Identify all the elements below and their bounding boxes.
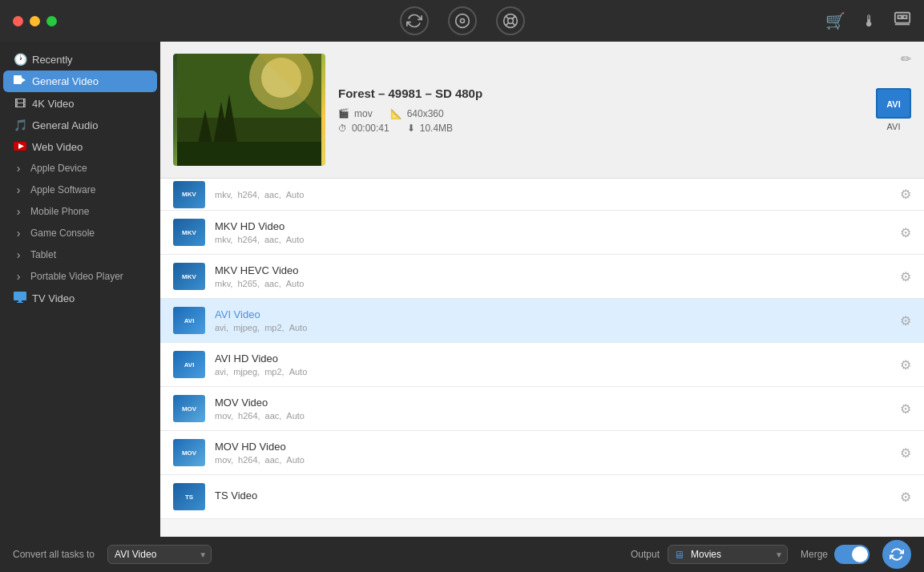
settings-icon-ts[interactable]: ⚙: [900, 489, 911, 505]
svg-rect-27: [177, 142, 321, 166]
sidebar-item-general-audio[interactable]: 🎵 General Audio: [3, 115, 157, 135]
format-codecs-mkv-hd: mkv, h264, aac, Auto: [215, 235, 890, 244]
sidebar-label-apple-software: Apple Software: [30, 184, 95, 195]
format-codecs-avi-hd: avi, mjpeg, mp2, Auto: [215, 367, 890, 377]
merge-section: Merge: [801, 545, 870, 564]
video-meta: 🎬 mov 📐 640x360 ⏱ 00:00:41 ⬇ 10.4MB: [338, 108, 863, 134]
disc-tab-icon[interactable]: [448, 6, 477, 35]
svg-marker-14: [22, 78, 26, 83]
output-label: Output: [631, 549, 660, 560]
format-item-mkv-hd[interactable]: MKV MKV HD Video mkv, h264, aac, Auto ⚙: [160, 211, 924, 255]
cart-icon[interactable]: 🛒: [825, 11, 845, 30]
format-item-ts[interactable]: TS TS Video ⚙: [160, 475, 924, 519]
merge-toggle[interactable]: [834, 545, 870, 564]
settings-icon-mkv-hevc[interactable]: ⚙: [900, 269, 911, 284]
video-size: 10.4MB: [420, 123, 453, 134]
audio-icon: 🎵: [13, 119, 27, 131]
sidebar-item-tablet[interactable]: › Tablet: [3, 244, 157, 265]
sidebar-label-general-audio: General Audio: [32, 119, 98, 131]
merge-label: Merge: [801, 549, 828, 560]
edit-icon[interactable]: ✏: [901, 51, 911, 66]
output-format-badge[interactable]: AVI AVI: [876, 88, 911, 131]
sidebar-label-web-video: Web Video: [32, 141, 83, 153]
convert-button[interactable]: [882, 540, 911, 569]
settings-icon-avi[interactable]: ⚙: [900, 313, 911, 328]
format-icon-mkv-hevc: MKV: [173, 263, 205, 290]
chevron-right-game-icon: ›: [11, 227, 26, 240]
svg-rect-19: [17, 302, 23, 303]
video-thumbnail: [173, 54, 325, 166]
sidebar-item-recently[interactable]: 🕐 Recently: [3, 49, 157, 70]
format-codecs-mov: mov, h264, aac, Auto: [215, 411, 890, 421]
sidebar-item-apple-software[interactable]: › Apple Software: [3, 179, 157, 200]
sidebar-item-general-video[interactable]: General Video: [3, 70, 157, 92]
format-details-partial: mkv, h264, aac, Auto: [215, 190, 890, 199]
chevron-right-apple-device-icon: ›: [11, 162, 26, 175]
video-icon: [13, 75, 27, 88]
settings-icon-mov[interactable]: ⚙: [900, 401, 911, 417]
export-icon[interactable]: [894, 10, 911, 32]
format-name-mkv-hd: MKV HD Video: [215, 220, 890, 232]
convert-select[interactable]: AVI Video: [107, 545, 212, 564]
film-tab-icon[interactable]: [496, 6, 525, 35]
output-format-icon: AVI: [876, 88, 911, 119]
format-item-avi-video[interactable]: AVI AVI Video avi, mjpeg, mp2, Auto ⚙: [160, 299, 924, 343]
output-select-wrapper: 🖥 Movies ▼: [668, 545, 788, 564]
sidebar-label-portable-video: Portable Video Player: [30, 271, 123, 282]
format-item-avi-hd[interactable]: AVI AVI HD Video avi, mjpeg, mp2, Auto ⚙: [160, 343, 924, 387]
format-details-ts: TS Video: [215, 489, 890, 504]
format-item-mov-hd[interactable]: MOV MOV HD Video mov, h264, aac, Auto ⚙: [160, 431, 924, 475]
video-resolution: 640x360: [407, 108, 444, 119]
sidebar-item-4k-video[interactable]: 🎞 4K Video: [3, 93, 157, 114]
sidebar-label-tv-video: TV Video: [32, 292, 75, 304]
maximize-button[interactable]: [46, 16, 57, 26]
format-icon-mov-hd: MOV: [173, 439, 205, 466]
sync-tab-icon[interactable]: [400, 6, 429, 35]
format-item-mkv-hevc[interactable]: MKV MKV HEVC Video mkv, h265, aac, Auto …: [160, 255, 924, 299]
video-size-icon: ⬇: [407, 123, 415, 134]
format-name-mkv-hevc: MKV HEVC Video: [215, 264, 890, 276]
traffic-lights: [13, 16, 57, 26]
settings-icon-mkv-hd[interactable]: ⚙: [900, 225, 911, 240]
sidebar-label-recently: Recently: [32, 54, 73, 66]
svg-rect-10: [898, 15, 902, 18]
format-details-mkv-hd: MKV HD Video mkv, h264, aac, Auto: [215, 220, 890, 244]
settings-icon-mov-hd[interactable]: ⚙: [900, 445, 911, 461]
thermometer-icon[interactable]: 🌡: [861, 12, 878, 30]
sidebar-item-mobile-phone[interactable]: › Mobile Phone: [3, 201, 157, 222]
sidebar-label-tablet: Tablet: [30, 249, 56, 260]
format-details-avi-hd: AVI HD Video avi, mjpeg, mp2, Auto: [215, 352, 890, 377]
bottom-bar: Convert all tasks to AVI Video ▼ Output …: [0, 537, 924, 572]
svg-line-7: [512, 17, 514, 19]
svg-line-5: [512, 22, 515, 26]
format-details-mkv-hevc: MKV HEVC Video mkv, h265, aac, Auto: [215, 264, 890, 288]
sidebar-item-portable-video[interactable]: › Portable Video Player: [3, 266, 157, 287]
format-item-partial-top[interactable]: MKV mkv, h264, aac, Auto ⚙: [160, 179, 924, 211]
format-details-avi: AVI Video avi, mjpeg, mp2, Auto: [215, 308, 890, 332]
settings-icon-partial[interactable]: ⚙: [900, 187, 911, 202]
convert-button-icon: [890, 547, 904, 562]
sidebar-item-tv-video[interactable]: TV Video: [3, 288, 157, 309]
format-icon-avi-hd: AVI: [173, 351, 205, 378]
chevron-right-mobile-icon: ›: [11, 205, 26, 218]
settings-icon-avi-hd[interactable]: ⚙: [900, 357, 911, 373]
format-details-mov-hd: MOV HD Video mov, h264, aac, Auto: [215, 441, 890, 465]
format-codecs-avi: avi, mjpeg, mp2, Auto: [215, 323, 890, 332]
format-name-ts: TS Video: [215, 489, 890, 502]
svg-rect-18: [18, 300, 22, 302]
convert-label: Convert all tasks to: [13, 549, 95, 560]
format-item-mov[interactable]: MOV MOV Video mov, h264, aac, Auto ⚙: [160, 387, 924, 431]
close-button[interactable]: [13, 16, 23, 26]
sidebar-item-web-video[interactable]: Web Video: [3, 136, 157, 157]
4k-icon: 🎞: [13, 97, 27, 110]
video-info: Forest – 49981 – SD 480p 🎬 mov 📐 640x360…: [338, 87, 863, 134]
sidebar-item-apple-device[interactable]: › Apple Device: [3, 158, 157, 179]
sidebar-item-game-console[interactable]: › Game Console: [3, 223, 157, 244]
output-select[interactable]: Movies: [668, 545, 788, 564]
format-icon-ts: TS: [173, 483, 205, 510]
minimize-button[interactable]: [30, 16, 40, 26]
format-icon-mov: MOV: [173, 395, 205, 422]
codec-auto: Auto: [286, 190, 305, 199]
sidebar-label-4k-video: 4K Video: [32, 98, 75, 110]
format-icon-avi: AVI: [173, 307, 205, 334]
